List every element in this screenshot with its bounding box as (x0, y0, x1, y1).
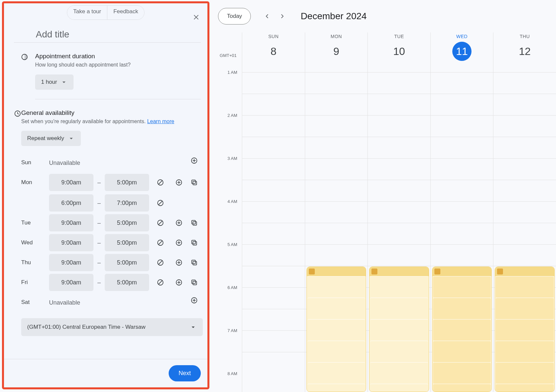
appointment-slot[interactable] (433, 276, 491, 298)
start-time-input[interactable]: 9:00am (49, 234, 93, 251)
hour-label: 7 AM (212, 330, 237, 352)
start-time-input[interactable]: 9:00am (49, 174, 93, 191)
calendar-grid: GMT+01 1 AM2 AM3 AM4 AM5 AM6 AM7 AM8 AM9… (212, 32, 556, 392)
day-number[interactable]: 9 (305, 42, 368, 61)
duration-sub: How long should each appointment last? (35, 61, 201, 69)
day-number[interactable]: 8 (242, 42, 305, 61)
start-time-input[interactable]: 9:00am (49, 214, 93, 231)
remove-slot-button[interactable] (154, 176, 167, 189)
day-column[interactable]: TUE10 (367, 32, 430, 392)
calendar-icon (497, 269, 503, 274)
day-label: Tue (21, 214, 49, 226)
today-button[interactable]: Today (218, 8, 251, 24)
appointment-slot[interactable] (370, 276, 428, 298)
end-time-input[interactable]: 5:00pm (105, 254, 149, 271)
title-input[interactable] (14, 20, 201, 43)
remove-slot-button[interactable] (154, 256, 167, 269)
add-slot-button[interactable] (172, 236, 186, 249)
remove-slot-button[interactable] (154, 216, 167, 229)
appointment-slot[interactable] (433, 298, 491, 319)
end-time-input[interactable]: 5:00pm (105, 214, 149, 231)
appointment-block[interactable] (432, 267, 492, 392)
end-time-input[interactable]: 7:00pm (105, 194, 149, 212)
appointment-slot[interactable] (307, 384, 365, 392)
time-slot: 9:00am–5:00pm (49, 234, 203, 251)
appointment-slot[interactable] (433, 341, 491, 362)
remove-slot-button[interactable] (154, 276, 167, 289)
copy-slots-button[interactable] (188, 216, 201, 229)
end-time-input[interactable]: 5:00pm (105, 234, 149, 251)
appointment-block[interactable] (495, 267, 555, 392)
end-time-input[interactable]: 5:00pm (105, 274, 149, 291)
appointment-slot[interactable] (433, 319, 491, 341)
unavailable-label: Unavailable (49, 155, 80, 167)
timelapse-icon (14, 53, 35, 90)
appointment-slot[interactable] (496, 341, 554, 362)
remove-slot-button[interactable] (154, 236, 167, 249)
svg-rect-42 (193, 281, 196, 285)
day-row: Mon9:00am–5:00pm6:00pm–7:00pm (21, 172, 203, 213)
appointment-slot[interactable] (370, 298, 428, 319)
appointment-slot[interactable] (307, 298, 365, 319)
appointment-slot[interactable] (496, 319, 554, 341)
feedback-button[interactable]: Feedback (107, 6, 144, 20)
copy-slots-button[interactable] (188, 236, 201, 249)
end-time-input[interactable]: 5:00pm (105, 174, 149, 191)
day-column[interactable]: SUN8 (242, 32, 305, 392)
prev-button[interactable] (261, 10, 274, 23)
copy-slots-button[interactable] (188, 276, 201, 289)
add-slot-button[interactable] (188, 154, 201, 167)
appointment-slot[interactable] (433, 384, 491, 392)
appointment-slot[interactable] (496, 276, 554, 298)
day-column[interactable]: WED11 (430, 32, 493, 392)
add-slot-button[interactable] (172, 256, 186, 269)
appointment-slot[interactable] (307, 319, 365, 341)
appointment-slot[interactable] (370, 384, 428, 392)
appointment-slot[interactable] (307, 341, 365, 362)
repeat-select[interactable]: Repeat weekly (21, 131, 81, 146)
day-row: Tue9:00am–5:00pm (21, 213, 203, 233)
appointment-block[interactable] (306, 267, 366, 392)
duration-select[interactable]: 1 hour (35, 74, 74, 90)
svg-rect-22 (192, 220, 195, 224)
unavailable-label: Unavailable (49, 295, 80, 306)
copy-slots-button[interactable] (188, 256, 201, 269)
panel-body: Appointment duration How long should eac… (4, 20, 207, 359)
day-number[interactable]: 11 (452, 42, 472, 61)
day-number[interactable]: 12 (493, 42, 556, 61)
appointment-slot[interactable] (307, 276, 365, 298)
appointment-slot[interactable] (370, 319, 428, 341)
appointment-slot[interactable] (370, 362, 428, 384)
copy-slots-button[interactable] (188, 176, 201, 189)
learn-more-link[interactable]: Learn more (147, 119, 174, 124)
appointment-slot[interactable] (496, 298, 554, 319)
day-row: SatUnavailable (21, 292, 203, 312)
timezone-select[interactable]: (GMT+01:00) Central European Time - Wars… (21, 318, 203, 336)
svg-rect-12 (193, 181, 196, 185)
day-column[interactable]: THU12 (493, 32, 556, 392)
appointment-block[interactable] (369, 267, 429, 392)
add-slot-button[interactable] (188, 294, 201, 307)
appointment-slot[interactable] (433, 362, 491, 384)
add-slot-button[interactable] (172, 276, 186, 289)
add-slot-button[interactable] (172, 216, 186, 229)
take-tour-button[interactable]: Take a tour (67, 6, 107, 20)
remove-slot-button[interactable] (154, 196, 167, 210)
start-time-input[interactable]: 9:00am (49, 274, 93, 291)
day-column[interactable]: MON9 (305, 32, 368, 392)
day-slots: Unavailable (49, 154, 203, 167)
appointment-slot[interactable] (370, 341, 428, 362)
start-time-input[interactable]: 6:00pm (49, 194, 93, 212)
svg-rect-43 (192, 280, 195, 284)
appointment-slot[interactable] (307, 362, 365, 384)
next-button[interactable] (275, 10, 289, 23)
start-time-input[interactable]: 9:00am (49, 254, 93, 271)
appointment-slot[interactable] (496, 362, 554, 384)
day-number[interactable]: 10 (368, 42, 430, 61)
next-button[interactable]: Next (169, 365, 201, 381)
appointment-slot[interactable] (496, 384, 554, 392)
day-of-week: WED (431, 34, 493, 39)
add-slot-button[interactable] (172, 176, 186, 189)
close-button[interactable] (190, 11, 203, 24)
dash: – (96, 220, 102, 226)
